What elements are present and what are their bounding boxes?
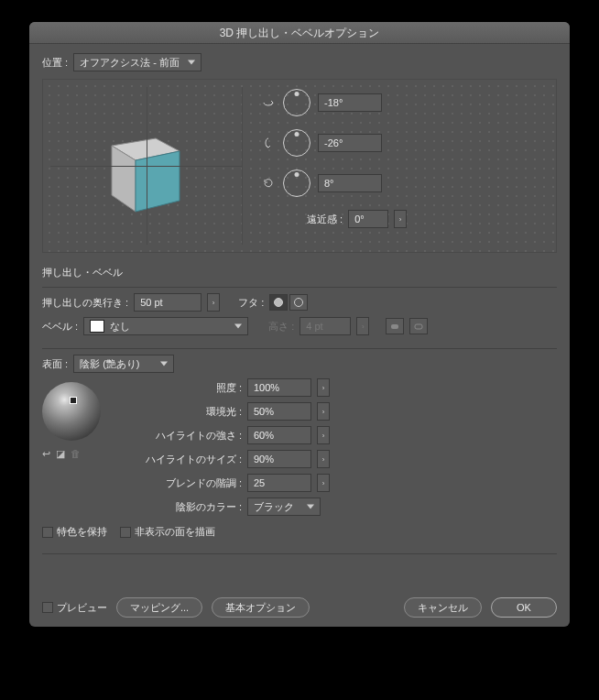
rotate-z-icon [261, 176, 276, 191]
bevel-swatch-icon [90, 320, 104, 333]
move-light-back-icon[interactable]: ↩ [42, 448, 50, 460]
svg-rect-4 [415, 324, 422, 329]
highlight-size-input[interactable] [247, 450, 311, 468]
cancel-button[interactable]: キャンセル [404, 597, 482, 618]
preview-label: プレビュー [57, 601, 107, 615]
bevel-height-label: 高さ : [268, 320, 294, 334]
bevel-label: ベベル : [42, 320, 78, 334]
ok-button[interactable]: OK [491, 597, 557, 618]
intensity-input[interactable] [247, 378, 311, 397]
light-sphere-widget[interactable] [42, 382, 101, 441]
highlight-intensity-input[interactable] [247, 426, 311, 444]
basic-options-button[interactable]: 基本オプション [212, 597, 310, 618]
svg-marker-2 [136, 151, 180, 212]
extrude-depth-input[interactable] [134, 293, 201, 312]
surface-select[interactable]: 陰影 (艶あり) [73, 355, 174, 373]
draw-hidden-checkbox[interactable] [120, 527, 131, 538]
position-value: オフアクシス法 - 前面 [80, 56, 180, 70]
bevel-select[interactable]: なし [83, 317, 248, 335]
shade-color-select[interactable]: ブラック [247, 498, 321, 516]
preview-checkbox[interactable] [42, 602, 53, 613]
extrude-depth-label: 押し出しの奥行き : [42, 296, 128, 310]
rotate-x-dial[interactable] [283, 89, 310, 116]
cap-off-button[interactable] [289, 294, 308, 311]
surface-value: 陰影 (艶あり) [80, 357, 139, 371]
blend-steps-label: ブレンドの階調 : [134, 476, 242, 490]
highlight-size-label: ハイライトのサイズ : [134, 453, 242, 466]
divider [42, 287, 557, 288]
cap-solid-icon [274, 298, 283, 307]
dialog-3d-extrude-bevel: 3D 押し出し・ベベルオプション 位置 : オフアクシス法 - 前面 [29, 22, 570, 627]
bevel-out-button [409, 318, 428, 334]
bevel-height-input [300, 317, 351, 335]
shade-color-value: ブラック [254, 500, 294, 514]
highlight-size-stepper[interactable]: › [317, 450, 330, 468]
perspective-stepper[interactable]: › [394, 210, 407, 228]
rotate-x-input[interactable] [318, 93, 382, 112]
svg-rect-3 [391, 324, 398, 329]
divider [42, 348, 557, 349]
position-select[interactable]: オフアクシス法 - 前面 [73, 53, 201, 71]
window-title: 3D 押し出し・ベベルオプション [29, 22, 570, 44]
highlight-intensity-label: ハイライトの強さ : [134, 429, 242, 443]
bevel-value: なし [110, 320, 130, 334]
preserve-spot-checkbox[interactable] [42, 527, 53, 538]
cap-on-button[interactable] [269, 294, 288, 311]
rotate-y-input[interactable] [318, 134, 382, 152]
divider [42, 553, 557, 554]
extrude-depth-stepper[interactable]: › [207, 293, 220, 312]
cap-hollow-icon [294, 298, 303, 307]
bevel-height-stepper: › [356, 317, 369, 335]
extrude-section-title: 押し出し・ベベル [42, 266, 557, 279]
blend-steps-input[interactable] [247, 474, 311, 492]
bevel-in-button [386, 318, 404, 334]
light-handle[interactable] [70, 397, 77, 404]
rotate-y-dial[interactable] [283, 129, 310, 157]
mapping-button[interactable]: マッピング... [116, 597, 202, 618]
perspective-input[interactable] [348, 210, 388, 228]
rotate-z-dial[interactable] [283, 170, 310, 197]
surface-label: 表面 : [42, 357, 68, 371]
rotate-z-input[interactable] [318, 174, 382, 192]
highlight-intensity-stepper[interactable]: › [317, 426, 330, 444]
new-light-icon[interactable]: ◪ [56, 448, 65, 460]
perspective-label: 遠近感 : [307, 213, 343, 226]
delete-light-icon[interactable]: 🗑 [71, 448, 81, 460]
draw-hidden-label: 非表示の面を描画 [135, 525, 215, 539]
rotate-x-icon [261, 95, 276, 110]
cap-label: フタ : [238, 296, 264, 310]
ambient-label: 環境光 : [134, 405, 242, 419]
rotation-cube-widget[interactable] [50, 87, 243, 245]
position-label: 位置 : [42, 56, 68, 70]
shade-color-label: 陰影のカラー : [134, 500, 242, 514]
blend-steps-stepper[interactable]: › [317, 474, 330, 492]
intensity-label: 照度 : [134, 381, 242, 395]
ambient-input[interactable] [247, 402, 311, 421]
rotate-y-icon [261, 136, 276, 150]
preserve-spot-label: 特色を保持 [57, 525, 107, 539]
intensity-stepper[interactable]: › [317, 378, 330, 397]
ambient-stepper[interactable]: › [317, 402, 330, 421]
rotation-preview-area: 遠近感 : › [42, 79, 557, 253]
